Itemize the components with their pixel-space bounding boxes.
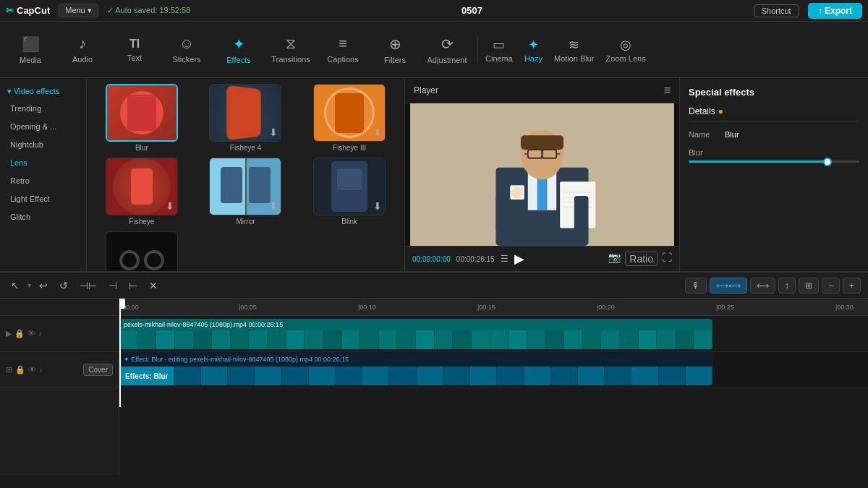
zoom-in-button[interactable]: + xyxy=(843,278,861,294)
track2-area: ✦ Effect: Blur · editing pexels-mikhail-… xyxy=(119,352,868,388)
toolbar-audio[interactable]: ♪ Audio xyxy=(58,25,107,74)
thumb-cell xyxy=(620,330,639,349)
category-glitch[interactable]: Glitch xyxy=(3,208,83,226)
player-title: Player xyxy=(414,85,438,95)
track2-effect-bar[interactable]: Effects: Blur xyxy=(119,367,712,385)
toolbar-captions[interactable]: ≡ Captions xyxy=(318,25,367,74)
effect-mirror-label: Mirror xyxy=(236,218,255,226)
eff-cell xyxy=(174,367,200,385)
topbar: ✂ CapCut Menu ▾ ✓ Auto saved: 19:52:58 0… xyxy=(0,0,868,22)
logo-symbol: ✂ xyxy=(6,5,14,16)
toolbar-audio-label: Audio xyxy=(72,55,93,64)
cover-button[interactable]: Cover xyxy=(83,364,113,376)
thumb-cell xyxy=(453,330,472,349)
category-lens[interactable]: Lens xyxy=(3,154,83,171)
split-right-button[interactable]: ⊢ xyxy=(125,278,141,294)
effect-tab-hazy[interactable]: ✦ Hazy xyxy=(524,37,542,63)
hazy-label: Hazy xyxy=(524,54,542,63)
effect-tab-motion-blur[interactable]: ≋ Motion Blur xyxy=(554,37,595,63)
effect-binoculars[interactable]: ⬇ Binoculars xyxy=(93,231,191,271)
effect-blur[interactable]: Blur xyxy=(93,84,191,152)
track1-video-icon[interactable]: ▶ xyxy=(6,329,12,338)
effect-fisheye[interactable]: ⬇ Fisheye xyxy=(93,158,191,226)
shortcut-button[interactable]: Shortcut xyxy=(754,4,799,17)
merge-button[interactable]: ↕ xyxy=(778,278,796,294)
extract-audio-button[interactable]: ⟷⟷ xyxy=(710,278,747,294)
download-icon-blink: ⬇ xyxy=(373,200,382,212)
effect-fisheye4[interactable]: ⬇ Fisheye 4 xyxy=(197,84,295,152)
toolbar-effects-label: Effects xyxy=(226,56,250,64)
export-button[interactable]: ↑ Export xyxy=(808,3,862,19)
select-tool-button[interactable]: ↖ xyxy=(7,278,23,294)
effect-fisheye3[interactable]: ⬇ Fisheye III xyxy=(300,84,399,152)
track2-eye-icon[interactable]: 👁 xyxy=(28,365,36,374)
category-opening[interactable]: Opening & ... xyxy=(3,118,83,135)
player-controls: 00:00:00:00 00:00:26:15 ☰ ▶ 📷 Ratio ⛶ xyxy=(405,246,679,271)
track2-audio-icon[interactable]: ♪ xyxy=(39,365,43,374)
toolbar-transitions[interactable]: ⧖ Transitions xyxy=(266,25,315,74)
camera-icon[interactable]: 📷 xyxy=(608,252,621,266)
zoom-out-button[interactable]: − xyxy=(822,278,840,294)
undo-button[interactable]: ↩ xyxy=(35,278,51,294)
toolbar-text[interactable]: TI Text xyxy=(110,25,159,74)
effects-grid-inner: Blur ⬇ Fisheye 4 xyxy=(93,84,399,271)
track1-audio-icon[interactable]: ♪ xyxy=(38,329,43,338)
toolbar-filters[interactable]: ⊕ Filters xyxy=(370,25,420,74)
menu-button[interactable]: Menu ▾ xyxy=(59,4,98,17)
track1-lock-icon[interactable]: 🔒 xyxy=(14,329,25,338)
category-light-effect[interactable]: Light Effect xyxy=(3,190,83,207)
track1-clip[interactable]: pexels-mikhail-nilov-8847405 (1080p).mp4… xyxy=(119,319,712,349)
eff-cell xyxy=(605,367,631,385)
details-label: Details xyxy=(689,106,715,116)
category-nightclub[interactable]: Nightclub xyxy=(3,136,83,153)
split-at-head-button[interactable]: ⊣⊢ xyxy=(76,278,101,294)
category-trending[interactable]: Trending xyxy=(3,100,83,117)
toolbar-effects[interactable]: ✦ Effects xyxy=(214,25,263,74)
track1-thumbnail-strip xyxy=(119,330,712,349)
track2-effect-icon[interactable]: ⊞ xyxy=(6,365,12,374)
thumb-cell xyxy=(323,330,342,349)
toolbar-media[interactable]: ⬛ Media xyxy=(6,25,55,74)
effect-blink[interactable]: ⬇ Blink xyxy=(300,158,399,226)
eff-cell xyxy=(389,367,416,385)
blur-slider-thumb[interactable] xyxy=(823,158,832,166)
toolbar-captions-label: Captions xyxy=(327,55,358,64)
player-menu-icon[interactable]: ≡ xyxy=(664,84,671,97)
thumb-cell xyxy=(379,330,398,349)
chapters-icon[interactable]: ☰ xyxy=(501,254,509,264)
effect-blur-label: Blur xyxy=(135,144,148,152)
ratio-button[interactable]: Ratio xyxy=(625,252,658,266)
fullscreen-icon[interactable]: ⛶ xyxy=(662,252,672,266)
text-icon: TI xyxy=(129,38,140,51)
separate-button[interactable]: ⟷ xyxy=(750,278,775,294)
mic-button[interactable]: 🎙 xyxy=(685,278,707,294)
adjustment-icon: ⟳ xyxy=(441,35,454,53)
track2-info-bar: ✦ Effect: Blur · editing pexels-mikhail-… xyxy=(119,352,712,367)
video-effects-header[interactable]: ▾ Video effects xyxy=(0,84,86,99)
redo-button[interactable]: ↺ xyxy=(56,278,72,294)
toolbar-stickers[interactable]: ☺ Stickers xyxy=(162,25,211,74)
effect-tab-cinema[interactable]: ▭ Cinema xyxy=(485,37,513,63)
effect-mirror[interactable]: ⬇ Mirror xyxy=(197,158,295,226)
track1-eye-icon[interactable]: 👁 xyxy=(27,329,35,338)
blur-label: Blur xyxy=(689,148,703,157)
category-retro[interactable]: Retro xyxy=(3,172,83,189)
timeline-ruler: |00:00 |00:05 |00:10 |00:15 |00:20 |00:2… xyxy=(119,299,868,316)
play-button[interactable]: ▶ xyxy=(514,251,524,267)
blur-slider-fill xyxy=(689,160,825,163)
ruler-mark-25: |00:25 xyxy=(716,304,734,311)
download-icon-fisheye4: ⬇ xyxy=(269,127,278,138)
download-icon-fisheye: ⬇ xyxy=(166,200,174,212)
ruler-mark-20: |00:20 xyxy=(597,304,615,311)
track2-lock-icon[interactable]: 🔒 xyxy=(15,365,25,374)
split-left-button[interactable]: ⊣ xyxy=(105,278,121,294)
thumb-cell xyxy=(545,330,564,349)
effect-tab-zoom-lens[interactable]: ◎ Zoom Lens xyxy=(606,37,646,63)
grid-button[interactable]: ⊞ xyxy=(799,278,819,294)
name-label: Name xyxy=(689,130,718,139)
toolbar-media-label: Media xyxy=(20,56,41,64)
delete-button[interactable]: ✕ xyxy=(145,278,161,294)
cinema-label: Cinema xyxy=(485,54,513,63)
toolbar-adjustment[interactable]: ⟳ Adjustment xyxy=(422,25,472,74)
ruler-mark-10: |00:10 xyxy=(358,304,376,311)
